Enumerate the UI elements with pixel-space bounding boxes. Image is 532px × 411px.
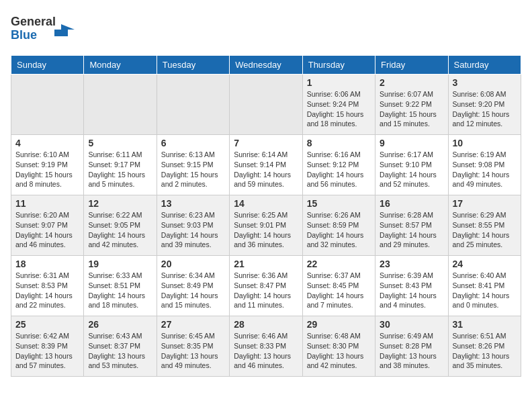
calendar-cell: 22Sunrise: 6:37 AMSunset: 8:45 PMDayligh… <box>302 256 375 316</box>
day-info: Sunrise: 6:28 AMSunset: 8:57 PMDaylight:… <box>380 210 443 250</box>
logo: General Blue <box>11 11 85 47</box>
calendar-cell: 19Sunrise: 6:33 AMSunset: 8:51 PMDayligh… <box>84 256 157 316</box>
calendar-cell: 10Sunrise: 6:19 AMSunset: 9:08 PMDayligh… <box>448 135 521 195</box>
svg-text:General: General <box>11 15 56 28</box>
calendar-cell: 5Sunrise: 6:11 AMSunset: 9:17 PMDaylight… <box>84 135 157 195</box>
day-number: 7 <box>234 138 298 148</box>
day-number: 16 <box>380 198 443 209</box>
calendar-cell <box>230 75 302 135</box>
calendar-cell: 28Sunrise: 6:46 AMSunset: 8:33 PMDayligh… <box>230 316 302 377</box>
svg-text:Blue: Blue <box>11 28 37 42</box>
day-of-week-header: Saturday <box>448 56 521 75</box>
day-number: 17 <box>453 198 517 209</box>
day-number: 8 <box>307 138 371 148</box>
day-number: 14 <box>234 198 298 209</box>
calendar-cell: 17Sunrise: 6:29 AMSunset: 8:55 PMDayligh… <box>448 195 521 256</box>
day-info: Sunrise: 6:16 AMSunset: 9:12 PMDaylight:… <box>307 150 371 189</box>
day-info: Sunrise: 6:11 AMSunset: 9:17 PMDaylight:… <box>88 150 152 189</box>
day-number: 3 <box>453 77 517 88</box>
day-info: Sunrise: 6:39 AMSunset: 8:43 PMDaylight:… <box>380 271 443 310</box>
day-number: 9 <box>380 138 443 148</box>
svg-marker-1 <box>54 30 68 36</box>
day-number: 6 <box>161 138 225 148</box>
calendar-header-row: SundayMondayTuesdayWednesdayThursdayFrid… <box>11 56 521 75</box>
calendar-cell: 2Sunrise: 6:07 AMSunset: 9:22 PMDaylight… <box>375 75 448 135</box>
day-number: 27 <box>161 319 225 330</box>
calendar-cell: 14Sunrise: 6:25 AMSunset: 9:01 PMDayligh… <box>230 195 302 256</box>
day-number: 4 <box>15 138 79 148</box>
calendar-cell: 23Sunrise: 6:39 AMSunset: 8:43 PMDayligh… <box>375 256 448 316</box>
calendar-cell: 16Sunrise: 6:28 AMSunset: 8:57 PMDayligh… <box>375 195 448 256</box>
calendar-cell <box>84 75 157 135</box>
calendar-cell: 29Sunrise: 6:48 AMSunset: 8:30 PMDayligh… <box>302 316 375 377</box>
day-of-week-header: Tuesday <box>157 56 229 75</box>
day-number: 19 <box>88 259 152 269</box>
day-info: Sunrise: 6:49 AMSunset: 8:28 PMDaylight:… <box>380 331 443 371</box>
day-info: Sunrise: 6:45 AMSunset: 8:35 PMDaylight:… <box>161 331 225 371</box>
day-info: Sunrise: 6:48 AMSunset: 8:30 PMDaylight:… <box>307 331 371 371</box>
calendar-cell: 20Sunrise: 6:34 AMSunset: 8:49 PMDayligh… <box>157 256 229 316</box>
day-info: Sunrise: 6:36 AMSunset: 8:47 PMDaylight:… <box>234 271 298 310</box>
day-info: Sunrise: 6:20 AMSunset: 9:07 PMDaylight:… <box>15 210 79 250</box>
calendar-cell: 13Sunrise: 6:23 AMSunset: 9:03 PMDayligh… <box>157 195 229 256</box>
svg-marker-2 <box>61 24 75 30</box>
logo-general: General Blue <box>11 35 85 46</box>
day-info: Sunrise: 6:10 AMSunset: 9:19 PMDaylight:… <box>15 150 79 189</box>
day-info: Sunrise: 6:17 AMSunset: 9:10 PMDaylight:… <box>380 150 443 189</box>
day-number: 11 <box>15 198 79 209</box>
day-info: Sunrise: 6:13 AMSunset: 9:15 PMDaylight:… <box>161 150 225 189</box>
day-number: 1 <box>307 77 371 88</box>
day-info: Sunrise: 6:29 AMSunset: 8:55 PMDaylight:… <box>453 210 517 250</box>
day-of-week-header: Friday <box>375 56 448 75</box>
calendar-week-row: 1Sunrise: 6:06 AMSunset: 9:24 PMDaylight… <box>11 75 521 135</box>
day-number: 12 <box>88 198 152 209</box>
calendar-cell: 4Sunrise: 6:10 AMSunset: 9:19 PMDaylight… <box>11 135 84 195</box>
day-number: 30 <box>380 319 443 330</box>
day-info: Sunrise: 6:07 AMSunset: 9:22 PMDaylight:… <box>380 89 443 129</box>
day-number: 26 <box>88 319 152 330</box>
day-of-week-header: Monday <box>84 56 157 75</box>
calendar-cell: 25Sunrise: 6:42 AMSunset: 8:39 PMDayligh… <box>11 316 84 377</box>
day-number: 22 <box>307 259 371 269</box>
day-info: Sunrise: 6:40 AMSunset: 8:41 PMDaylight:… <box>453 271 517 310</box>
day-info: Sunrise: 6:14 AMSunset: 9:14 PMDaylight:… <box>234 150 298 189</box>
day-info: Sunrise: 6:42 AMSunset: 8:39 PMDaylight:… <box>15 331 79 371</box>
day-info: Sunrise: 6:22 AMSunset: 9:05 PMDaylight:… <box>88 210 152 250</box>
calendar-cell: 24Sunrise: 6:40 AMSunset: 8:41 PMDayligh… <box>448 256 521 316</box>
calendar-cell: 6Sunrise: 6:13 AMSunset: 9:15 PMDaylight… <box>157 135 229 195</box>
calendar-cell: 31Sunrise: 6:51 AMSunset: 8:26 PMDayligh… <box>448 316 521 377</box>
day-number: 29 <box>307 319 371 330</box>
calendar-cell: 18Sunrise: 6:31 AMSunset: 8:53 PMDayligh… <box>11 256 84 316</box>
calendar-cell: 30Sunrise: 6:49 AMSunset: 8:28 PMDayligh… <box>375 316 448 377</box>
day-number: 2 <box>380 77 443 88</box>
day-info: Sunrise: 6:34 AMSunset: 8:49 PMDaylight:… <box>161 271 225 310</box>
calendar-cell: 27Sunrise: 6:45 AMSunset: 8:35 PMDayligh… <box>157 316 229 377</box>
calendar-cell: 8Sunrise: 6:16 AMSunset: 9:12 PMDaylight… <box>302 135 375 195</box>
logo-text: General Blue <box>11 11 85 47</box>
day-number: 18 <box>15 259 79 269</box>
day-info: Sunrise: 6:51 AMSunset: 8:26 PMDaylight:… <box>453 331 517 371</box>
calendar-cell: 1Sunrise: 6:06 AMSunset: 9:24 PMDaylight… <box>302 75 375 135</box>
day-number: 13 <box>161 198 225 209</box>
day-info: Sunrise: 6:08 AMSunset: 9:20 PMDaylight:… <box>453 89 517 129</box>
calendar-cell: 15Sunrise: 6:26 AMSunset: 8:59 PMDayligh… <box>302 195 375 256</box>
page-header: General Blue <box>11 11 521 47</box>
calendar-cell: 26Sunrise: 6:43 AMSunset: 8:37 PMDayligh… <box>84 316 157 377</box>
day-info: Sunrise: 6:26 AMSunset: 8:59 PMDaylight:… <box>307 210 371 250</box>
day-number: 23 <box>380 259 443 269</box>
calendar-cell <box>157 75 229 135</box>
day-of-week-header: Wednesday <box>230 56 302 75</box>
day-number: 10 <box>453 138 517 148</box>
calendar-cell: 11Sunrise: 6:20 AMSunset: 9:07 PMDayligh… <box>11 195 84 256</box>
calendar-cell: 21Sunrise: 6:36 AMSunset: 8:47 PMDayligh… <box>230 256 302 316</box>
day-number: 25 <box>15 319 79 330</box>
day-info: Sunrise: 6:46 AMSunset: 8:33 PMDaylight:… <box>234 331 298 371</box>
day-of-week-header: Sunday <box>11 56 84 75</box>
day-info: Sunrise: 6:43 AMSunset: 8:37 PMDaylight:… <box>88 331 152 371</box>
calendar-cell: 9Sunrise: 6:17 AMSunset: 9:10 PMDaylight… <box>375 135 448 195</box>
day-number: 15 <box>307 198 371 209</box>
day-number: 31 <box>453 319 517 330</box>
calendar-week-row: 11Sunrise: 6:20 AMSunset: 9:07 PMDayligh… <box>11 195 521 256</box>
day-info: Sunrise: 6:19 AMSunset: 9:08 PMDaylight:… <box>453 150 517 189</box>
calendar-week-row: 25Sunrise: 6:42 AMSunset: 8:39 PMDayligh… <box>11 316 521 377</box>
